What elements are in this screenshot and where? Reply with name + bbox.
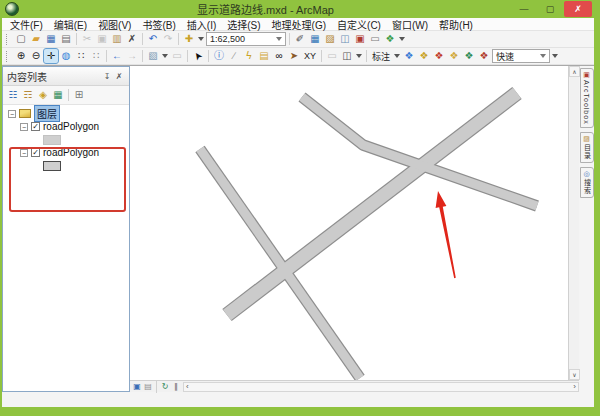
- editor-sketch-icon[interactable]: ✐: [293, 32, 307, 46]
- scroll-left-icon[interactable]: ‹: [184, 383, 191, 391]
- horizontal-scrollbar[interactable]: ‹ ›: [183, 382, 579, 392]
- measure-icon[interactable]: ∕: [227, 49, 241, 63]
- label-weight-icon[interactable]: ❖: [432, 49, 446, 63]
- paste-icon[interactable]: ▥: [110, 32, 124, 46]
- label-menu-dropdown[interactable]: [394, 54, 400, 58]
- zoom-selected-dropdown[interactable]: [162, 54, 168, 58]
- magnifier-window-icon[interactable]: ◫: [340, 49, 354, 63]
- list-by-visibility-icon[interactable]: ◈: [36, 88, 50, 102]
- catalog-window-icon[interactable]: ▨: [323, 32, 337, 46]
- vertical-scrollbar[interactable]: ∧ ∨: [568, 66, 579, 380]
- layer-name-label[interactable]: roadPolygon: [43, 147, 99, 158]
- html-popup-icon[interactable]: ▤: [257, 49, 271, 63]
- label-priority-icon[interactable]: ❖: [417, 49, 431, 63]
- find-route-icon[interactable]: ➤: [287, 49, 301, 63]
- menu-item[interactable]: 书签(B): [142, 17, 175, 32]
- fixed-zoom-in-icon[interactable]: ∷: [74, 49, 88, 63]
- menu-item[interactable]: 地理处理(G): [272, 17, 326, 32]
- symbol-swatch-no-outline[interactable]: [43, 135, 61, 145]
- collapse-expander-icon[interactable]: −: [8, 110, 16, 118]
- tree-item-layers[interactable]: − 图层: [3, 107, 129, 120]
- search-window-icon[interactable]: ◫: [338, 32, 352, 46]
- add-data-icon[interactable]: ✚: [182, 32, 196, 46]
- menu-item[interactable]: 帮助(H): [439, 17, 473, 32]
- list-by-source-icon[interactable]: ☶: [21, 88, 35, 102]
- menu-item[interactable]: 窗口(W): [392, 17, 428, 32]
- toolbar-grip[interactable]: [6, 34, 10, 45]
- go-back-extent-icon[interactable]: ←: [110, 49, 124, 63]
- new-document-icon[interactable]: ▢: [14, 32, 28, 46]
- toolbar-grip[interactable]: [6, 51, 10, 62]
- close-icon[interactable]: ✗: [113, 72, 125, 81]
- lock-labels-icon[interactable]: ❖: [447, 49, 461, 63]
- menu-item[interactable]: 插入(I): [187, 17, 216, 32]
- toc-toolbar: ☷☶◈▦⊞: [3, 86, 129, 105]
- print-icon[interactable]: ▤: [59, 32, 73, 46]
- hyperlink-icon[interactable]: ϟ: [242, 49, 256, 63]
- refresh-view-icon[interactable]: ↻: [160, 382, 170, 392]
- tools-toolbar-overflow[interactable]: [356, 54, 362, 58]
- full-extent-icon[interactable]: ◍: [59, 49, 73, 63]
- fixed-zoom-out-icon[interactable]: ∷: [89, 49, 103, 63]
- scroll-right-icon[interactable]: ›: [571, 383, 578, 391]
- standard-toolbar-overflow[interactable]: [399, 37, 405, 41]
- dock-tab-目录[interactable]: ▨目录: [580, 132, 594, 163]
- delete-icon[interactable]: ✗: [125, 32, 139, 46]
- label-toolbar-overflow[interactable]: [552, 54, 558, 58]
- layer-symbol-row: [3, 133, 129, 146]
- collapse-expander-icon[interactable]: −: [20, 149, 28, 157]
- scroll-down-icon[interactable]: ∨: [569, 369, 580, 380]
- go-to-xy-icon[interactable]: XY: [302, 51, 318, 61]
- toc-options-icon[interactable]: ⊞: [72, 88, 86, 102]
- zoom-in-icon[interactable]: ⊕: [14, 49, 28, 63]
- map-canvas[interactable]: [130, 66, 568, 380]
- label-menu[interactable]: 标注: [370, 50, 392, 63]
- tree-item-roadpolygon-1[interactable]: − ✓ roadPolygon: [3, 120, 129, 133]
- zoom-out-icon[interactable]: ⊖: [29, 49, 43, 63]
- layout-view-icon[interactable]: ▤: [143, 382, 153, 392]
- dock-tab-label: 目录: [582, 144, 592, 160]
- undo-icon[interactable]: ↶: [146, 32, 160, 46]
- close-button[interactable]: ✗: [564, 1, 592, 17]
- maximize-button[interactable]: ▢: [538, 2, 562, 16]
- list-by-selection-icon[interactable]: ▦: [51, 88, 65, 102]
- menu-item[interactable]: 选择(S): [227, 17, 260, 32]
- layer-name-label[interactable]: roadPolygon: [43, 121, 99, 132]
- dock-tab-arctoolbox[interactable]: ▣ArcToolbox: [580, 68, 594, 128]
- menu-item[interactable]: 编辑(E): [54, 17, 87, 32]
- find-icon[interactable]: ∞: [272, 49, 286, 63]
- data-view-icon[interactable]: ▣: [132, 382, 142, 392]
- save-icon[interactable]: ▦: [44, 32, 58, 46]
- table-icon[interactable]: ▦: [308, 32, 322, 46]
- layer-visibility-checkbox[interactable]: ✓: [31, 148, 40, 157]
- collapse-expander-icon[interactable]: −: [20, 123, 28, 131]
- layers-group-label[interactable]: 图层: [34, 105, 60, 122]
- label-manager-icon[interactable]: ❖: [402, 49, 416, 63]
- select-elements-icon[interactable]: ➤: [191, 49, 205, 63]
- list-by-drawing-order-icon[interactable]: ☷: [6, 88, 20, 102]
- menu-item[interactable]: 文件(F): [10, 17, 43, 32]
- minimize-button[interactable]: —: [512, 2, 536, 16]
- label-quick-combo[interactable]: 快速: [492, 49, 550, 63]
- unplaced-labels-icon[interactable]: ❖: [477, 49, 491, 63]
- zoom-selected-icon[interactable]: ▧: [146, 49, 160, 63]
- modelbuilder-icon[interactable]: ❖: [383, 32, 397, 46]
- pause-labels-icon[interactable]: ❖: [462, 49, 476, 63]
- symbol-swatch-dark-outline[interactable]: [43, 161, 61, 171]
- arcmap-app-icon: [5, 2, 19, 16]
- go-forward-extent-icon[interactable]: →: [125, 49, 139, 63]
- pin-icon[interactable]: ↧: [101, 72, 113, 81]
- open-folder-icon[interactable]: ▰: [29, 32, 43, 46]
- pan-icon[interactable]: ✛: [44, 49, 58, 63]
- menu-item[interactable]: 视图(V): [98, 17, 131, 32]
- dock-tab-搜索[interactable]: ◎搜索: [580, 167, 594, 198]
- pause-drawing-icon[interactable]: ∥: [171, 382, 181, 392]
- identify-icon[interactable]: ⓘ: [212, 49, 226, 63]
- python-window-icon[interactable]: ▭: [368, 32, 382, 46]
- menu-item[interactable]: 自定义(C): [337, 17, 381, 32]
- map-scale-combo[interactable]: 1:62,500: [206, 32, 286, 46]
- layer-visibility-checkbox[interactable]: ✓: [31, 122, 40, 131]
- arctoolbox-window-icon[interactable]: ▣: [353, 32, 367, 46]
- tree-item-roadpolygon-2[interactable]: − ✓ roadPolygon: [3, 146, 129, 159]
- add-data-dropdown[interactable]: [198, 37, 204, 41]
